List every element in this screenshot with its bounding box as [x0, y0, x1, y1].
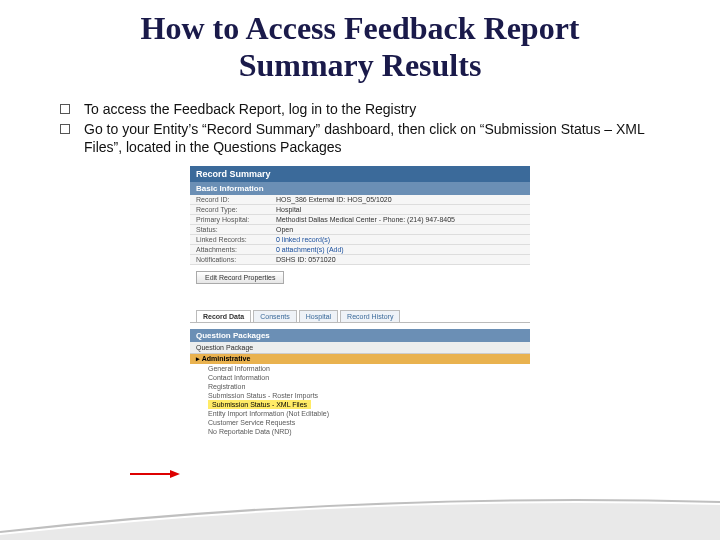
question-package-list: General Information Contact Information … — [190, 364, 530, 440]
bullet-list: To access the Feedback Report, log in to… — [60, 100, 670, 157]
tab-record-data[interactable]: Record Data — [196, 310, 251, 322]
question-packages-header: Question Packages — [190, 329, 530, 342]
qp-item-highlighted[interactable]: Submission Status - XML Files — [208, 400, 311, 409]
bullet-icon — [60, 104, 70, 114]
basic-info-header: Basic Information — [190, 182, 530, 195]
qp-item[interactable]: Customer Service Requests — [208, 418, 530, 427]
basic-info-table: Record ID:HOS_386 External ID: HOS_05/10… — [190, 195, 530, 265]
decorative-swoosh — [0, 490, 720, 540]
qp-item[interactable]: Contact Information — [208, 373, 530, 382]
qp-item[interactable]: General Information — [208, 364, 530, 373]
edit-record-button[interactable]: Edit Record Properties — [196, 271, 284, 284]
question-package-column: Question Package — [190, 342, 530, 354]
tab-hospital[interactable]: Hospital — [299, 310, 338, 322]
qp-item[interactable]: Entity Import Information (Not Editable) — [208, 409, 530, 418]
administrative-group[interactable]: ▸ Administrative — [190, 354, 530, 364]
svg-marker-1 — [170, 470, 180, 478]
qp-item[interactable]: Registration — [208, 382, 530, 391]
record-summary-header: Record Summary — [190, 166, 530, 182]
tab-bar: Record Data Consents Hospital Record His… — [190, 310, 530, 323]
red-arrow-icon — [130, 469, 180, 479]
bullet-text: To access the Feedback Report, log in to… — [84, 100, 416, 118]
slide-title: How to Access Feedback Report Summary Re… — [0, 10, 720, 84]
tab-record-history[interactable]: Record History — [340, 310, 400, 322]
qp-item[interactable]: No Reportable Data (NRD) — [208, 427, 530, 436]
embedded-screenshot: Record Summary Basic Information Record … — [190, 166, 530, 440]
bullet-text: Go to your Entity’s “Record Summary” das… — [84, 120, 670, 156]
qp-item[interactable]: Submission Status - Roster Imports — [208, 391, 530, 400]
tab-consents[interactable]: Consents — [253, 310, 297, 322]
bullet-icon — [60, 124, 70, 134]
